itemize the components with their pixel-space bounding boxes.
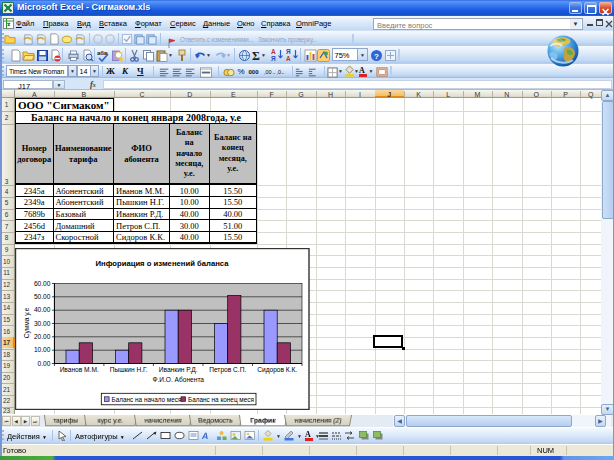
svg-text:Я: Я [271, 55, 276, 62]
svg-text:10.00: 10.00 [34, 346, 51, 353]
svg-text:Инфориация о изменений баланса: Инфориация о изменений баланса [95, 258, 229, 267]
svg-text:Сумма у.е: Сумма у.е [23, 307, 31, 338]
svg-text:A: A [202, 431, 210, 441]
svg-text:Баланс на конец меся: Баланс на конец меся [188, 395, 254, 403]
svg-text:Иванов М.М.: Иванов М.М. [60, 366, 99, 373]
svg-text:40.00: 40.00 [34, 306, 51, 313]
svg-text:Иванкин Р.Д.: Иванкин Р.Д. [159, 366, 198, 374]
svg-text:30.00: 30.00 [34, 319, 51, 326]
svg-text:А: А [286, 55, 291, 62]
svg-text:60.00: 60.00 [34, 279, 51, 286]
svg-text:Сидоров К.К.: Сидоров К.К. [257, 366, 297, 374]
svg-text:?: ? [374, 51, 379, 60]
svg-text:Σ: Σ [252, 49, 260, 62]
svg-text:50.00: 50.00 [34, 293, 51, 300]
svg-text:Петров С.П.: Петров С.П. [209, 366, 246, 374]
svg-text:Пышкин Н.Г.: Пышкин Н.Г. [110, 366, 148, 373]
svg-text:Баланс на начало меся: Баланс на начало меся [112, 395, 182, 402]
svg-text:20.00: 20.00 [34, 333, 51, 340]
svg-text:0.00: 0.00 [38, 359, 51, 366]
svg-text:Ф.И.О. Абонента: Ф.И.О. Абонента [152, 375, 204, 382]
